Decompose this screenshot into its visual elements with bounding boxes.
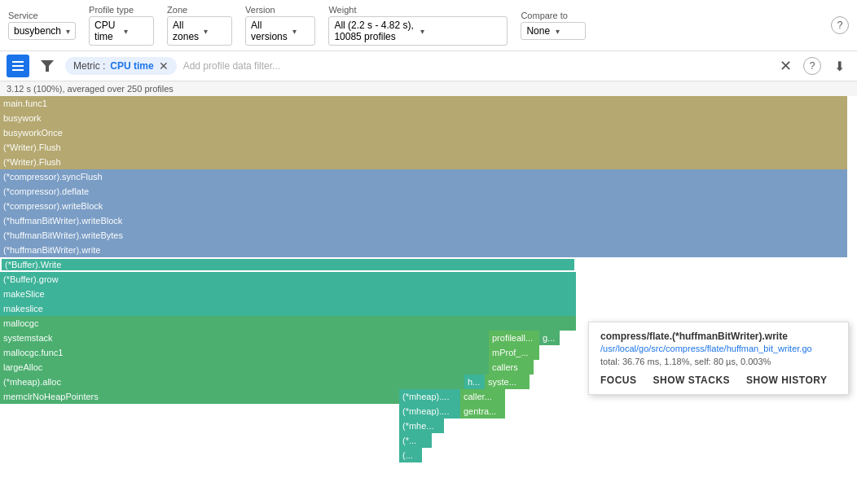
service-label: Service (8, 11, 76, 20)
flame-row[interactable]: (*Writer).Flush (0, 140, 857, 155)
service-filter: Service busybench ▾ (8, 11, 76, 40)
flame-cell[interactable]: (*huffmanBitWriter).writeBlock (0, 213, 847, 228)
zone-filter: Zone All zones ▾ (167, 5, 232, 46)
flame-cell[interactable]: (*huffmanBitWriter).write (0, 243, 847, 257)
flame-cell[interactable]: main.func1 (0, 96, 847, 111)
flame-cell[interactable]: (... (399, 448, 422, 462)
flame-cell[interactable]: (*Writer).Flush (0, 140, 847, 155)
weight-filter: Weight All (2.2 s - 4.82 s), 10085 profi… (328, 5, 508, 46)
flame-row[interactable]: (... (0, 448, 857, 462)
profile-type-label: Profile type (89, 5, 154, 15)
flame-cell[interactable]: makeSlice (0, 287, 576, 301)
metric-chip-value: CPU time (110, 60, 153, 72)
zone-label: Zone (167, 5, 232, 15)
profile-type-select[interactable]: CPU time ▾ (89, 16, 154, 46)
flame-cell[interactable]: mProf_... (489, 345, 539, 360)
svg-rect-0 (12, 61, 24, 63)
flame-row[interactable]: busyworkOnce (0, 125, 857, 140)
flame-cell[interactable]: g... (539, 331, 560, 345)
flame-cell[interactable]: h... (464, 375, 485, 389)
help-icon[interactable]: ? (831, 16, 849, 34)
zone-value: All zones (173, 20, 199, 42)
flame-cell[interactable]: (*compressor).syncFlush (0, 169, 847, 184)
profile-type-filter: Profile type CPU time ▾ (89, 5, 154, 46)
flame-container: main.func1busyworkbusyworkOnce(*Writer).… (0, 96, 857, 462)
flame-row[interactable]: (*Buffer).grow (0, 272, 857, 287)
flame-cell[interactable]: systemstack (0, 331, 489, 345)
flame-cell[interactable]: (*compressor).writeBlock (0, 199, 847, 213)
flame-cell[interactable]: mallocgc (0, 316, 576, 331)
flamegraph-area: 3.12 s (100%), averaged over 250 profile… (0, 81, 857, 504)
flame-cell[interactable]: (*mheap).... (399, 404, 460, 419)
flame-row[interactable]: busywork (0, 111, 857, 125)
flame-row[interactable]: (*... (0, 433, 857, 448)
metric-chip-label: Metric : (73, 60, 105, 72)
flame-cell[interactable]: (*Buffer).Write (0, 257, 576, 272)
compare-to-select[interactable]: None ▾ (521, 22, 586, 40)
zone-select[interactable]: All zones ▾ (167, 16, 232, 46)
flame-cell[interactable]: memclrNoHeapPointers (0, 389, 399, 404)
zone-arrow-icon: ▾ (204, 27, 226, 36)
weight-value: All (2.2 s - 4.82 s), 10085 profiles (334, 20, 415, 42)
version-arrow-icon: ▾ (292, 27, 310, 36)
help-button[interactable]: ? (803, 57, 821, 75)
second-bar-actions: ✕ ? ⬇ (774, 55, 850, 77)
metric-chip-close-icon[interactable]: ✕ (159, 59, 169, 72)
weight-label: Weight (328, 5, 508, 15)
flame-cell[interactable]: mallocgc.func1 (0, 345, 489, 360)
flame-row[interactable]: (*mheap)....gentra... (0, 404, 857, 419)
flame-cell[interactable]: caller... (460, 389, 505, 404)
flame-row[interactable]: (*huffmanBitWriter).write (0, 243, 857, 257)
flame-row[interactable]: main.func1 (0, 96, 857, 111)
flame-cell[interactable]: busyworkOnce (0, 125, 847, 140)
flame-cell[interactable]: (*Writer).Flush (0, 155, 847, 169)
flame-cell[interactable]: (*Buffer).grow (0, 272, 576, 287)
flame-row[interactable]: (*Writer).Flush (0, 155, 857, 169)
svg-rect-2 (12, 69, 24, 71)
flame-cell[interactable]: (*compressor).deflate (0, 184, 847, 199)
flame-row[interactable]: (*compressor).deflate (0, 184, 857, 199)
flame-cell[interactable]: syste... (485, 375, 530, 389)
version-select[interactable]: All versions ▾ (245, 16, 315, 46)
flame-cell[interactable]: profileall... (489, 331, 539, 345)
svg-rect-1 (12, 65, 24, 67)
show-history-button[interactable]: SHOW HISTORY (746, 375, 827, 386)
download-button[interactable]: ⬇ (828, 55, 850, 77)
weight-select[interactable]: All (2.2 s - 4.82 s), 10085 profiles ▾ (328, 16, 508, 46)
flame-cell[interactable]: callers (489, 360, 534, 375)
filter-icon-button[interactable] (36, 55, 59, 77)
flame-cell[interactable]: (*mhe... (399, 419, 444, 433)
flame-row[interactable]: (*compressor).writeBlock (0, 199, 857, 213)
flame-cell[interactable]: largeAlloc (0, 360, 489, 375)
flame-row[interactable]: (*huffmanBitWriter).writeBytes (0, 228, 857, 243)
svg-marker-3 (41, 60, 54, 72)
flame-cell[interactable]: (*huffmanBitWriter).writeBytes (0, 228, 847, 243)
compare-to-filter: Compare to None ▾ (521, 11, 586, 40)
flame-cell[interactable]: makeslice (0, 301, 576, 316)
focus-button[interactable]: FOCUS (600, 375, 637, 386)
weight-arrow-icon: ▾ (420, 27, 502, 36)
flame-cell[interactable]: busywork (0, 111, 847, 125)
tooltip-popup: compress/flate.(*huffmanBitWriter).write… (588, 322, 849, 395)
version-value: All versions (251, 20, 288, 42)
show-stacks-button[interactable]: SHOW STACKS (653, 375, 731, 386)
flame-cell[interactable]: gentra... (460, 404, 505, 419)
flame-row[interactable]: makeslice (0, 301, 857, 316)
list-view-button[interactable] (7, 55, 29, 77)
compare-to-arrow-icon: ▾ (556, 27, 580, 36)
flame-cell[interactable]: (*... (399, 433, 432, 448)
flame-row[interactable]: (*Buffer).Write (0, 257, 857, 272)
flame-row[interactable]: (*mhe... (0, 419, 857, 433)
profile-type-value: CPU time (94, 20, 119, 42)
service-select[interactable]: busybench ▾ (8, 22, 76, 40)
flame-cell[interactable]: (*mheap).alloc (0, 375, 464, 389)
add-filter-placeholder[interactable]: Add profile data filter... (183, 60, 280, 72)
tooltip-stats: total: 36.76 ms, 1.18%, self: 80 µs, 0.0… (600, 357, 837, 366)
flame-row[interactable]: (*huffmanBitWriter).writeBlock (0, 213, 857, 228)
tooltip-path: /usr/local/go/src/compress/flate/huffman… (600, 344, 837, 353)
service-value: busybench (14, 25, 61, 37)
flame-row[interactable]: makeSlice (0, 287, 857, 301)
flame-row[interactable]: (*compressor).syncFlush (0, 169, 857, 184)
flame-cell[interactable]: (*mheap).... (399, 389, 460, 404)
close-button[interactable]: ✕ (774, 55, 797, 77)
